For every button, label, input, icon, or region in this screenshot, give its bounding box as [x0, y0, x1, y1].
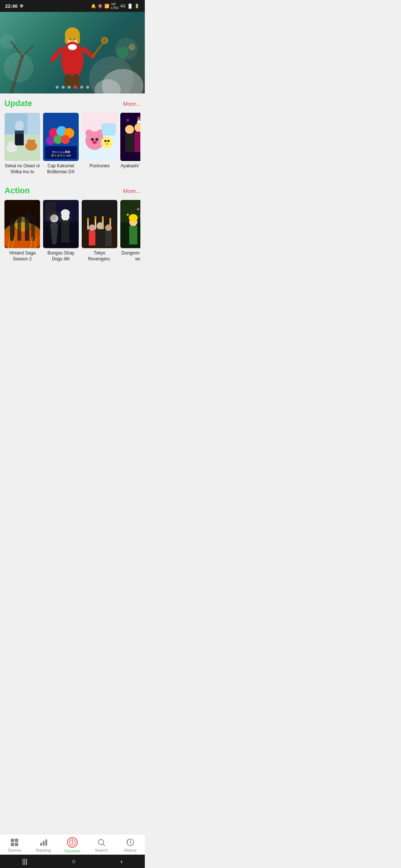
anime-card-img-tokyo: [82, 200, 117, 248]
battery-icon: 🔋: [134, 4, 140, 9]
hero-bg-svg: [0, 12, 145, 93]
svg-point-105: [102, 216, 104, 220]
svg-rect-64: [134, 132, 140, 152]
svg-rect-75: [10, 222, 14, 241]
alarm-icon: 🔔: [91, 4, 96, 9]
svg-rect-11: [65, 32, 68, 43]
action-section-header: Action More...: [4, 186, 140, 195]
svg-rect-109: [89, 231, 95, 246]
dot-1[interactable]: [56, 86, 59, 89]
anime-card-tokyo[interactable]: Tokyo Revengers:: [82, 200, 117, 262]
svg-rect-79: [25, 218, 29, 241]
svg-point-43: [61, 135, 70, 144]
anime-card-bungou[interactable]: Bungou Stray Dogs 4th: [43, 200, 79, 262]
ayakashi-art: [120, 113, 140, 161]
update-cards-row[interactable]: Sekai no Owari ni Shiba Inu to キャッシュ革命: [4, 113, 140, 179]
svg-point-23: [117, 47, 128, 58]
svg-point-108: [89, 224, 95, 231]
svg-rect-36: [5, 114, 27, 134]
svg-point-24: [129, 44, 135, 50]
svg-rect-77: [17, 220, 21, 241]
dot-2[interactable]: [62, 86, 65, 89]
update-title: Update: [4, 99, 32, 108]
svg-line-18: [84, 49, 93, 56]
carousel-dots: [56, 85, 89, 89]
svg-point-107: [109, 218, 111, 221]
hero-decoration: [0, 12, 145, 93]
anime-card-img-punirunes: [82, 113, 117, 161]
hero-banner[interactable]: [0, 12, 145, 93]
wifi-icon: 📶: [104, 4, 110, 9]
svg-point-53: [95, 138, 98, 141]
anime-card-img-vinland: [4, 200, 40, 248]
update-more[interactable]: More...: [123, 101, 140, 107]
status-bar: 22:40 ⚙ 🔔 🔇 📶 VolLTE2 4G ▐▌ 🔋: [0, 0, 145, 12]
svg-point-14: [74, 39, 75, 40]
4g-icon: 4G: [120, 4, 126, 8]
dot-4-active[interactable]: [74, 85, 77, 89]
dot-6[interactable]: [86, 86, 89, 89]
action-section: Action More...: [0, 181, 145, 268]
svg-line-17: [52, 49, 61, 60]
anime-card-title-dungeon: Dungeon ni Deai wo: [120, 250, 140, 262]
svg-line-19: [93, 42, 104, 56]
anime-card-bottleman[interactable]: キャッシュ革命 ボトルマン DX Cap Kakumei Bottleman D…: [43, 113, 79, 175]
svg-text:ボトルマン DX: ボトルマン DX: [51, 154, 71, 157]
dot-3[interactable]: [68, 86, 71, 89]
gear-icon: ⚙: [20, 4, 23, 9]
svg-text:キャッシュ革命: キャッシュ革命: [52, 150, 71, 153]
svg-point-76: [9, 217, 15, 223]
status-right: 🔔 🔇 📶 VolLTE2 4G ▐▌ 🔋: [91, 2, 140, 10]
anime-card-punirunes[interactable]: Punirunes: [82, 113, 117, 175]
action-cards-row[interactable]: Vinland Saga Season 2: [4, 200, 140, 266]
svg-point-103: [94, 216, 97, 220]
svg-line-8: [22, 45, 33, 56]
dot-5[interactable]: [80, 86, 83, 89]
svg-rect-81: [31, 221, 35, 241]
svg-point-3: [0, 34, 15, 49]
tokyo-art: [82, 200, 117, 248]
bottleman-art: キャッシュ革命 ボトルマン DX: [43, 113, 79, 161]
anime-card-img-ayakashi: [120, 113, 140, 161]
anime-card-img-dungeon: [120, 200, 140, 248]
sekai-art: [4, 113, 40, 161]
anime-card-title-bottleman: Cap Kakumei Bottleman DX: [43, 163, 79, 175]
anime-card-sekai[interactable]: Sekai no Owari ni Shiba Inu to: [4, 113, 40, 175]
punirunes-art: [82, 113, 117, 161]
anime-card-title-tokyo: Tokyo Revengers:: [82, 250, 117, 262]
svg-point-32: [32, 139, 35, 143]
dungeon-art: [120, 200, 140, 248]
svg-point-124: [137, 208, 139, 210]
svg-point-69: [126, 119, 129, 122]
mute-icon: 🔇: [98, 4, 103, 9]
svg-rect-111: [97, 229, 104, 246]
action-more[interactable]: More...: [123, 188, 140, 194]
vinland-art: [4, 200, 40, 248]
anime-card-dungeon[interactable]: Dungeon ni Deai wo: [120, 200, 140, 262]
svg-rect-113: [105, 231, 112, 246]
svg-point-56: [104, 140, 107, 142]
svg-point-101: [87, 218, 89, 221]
svg-point-57: [107, 140, 110, 142]
svg-rect-62: [125, 134, 134, 152]
svg-point-117: [129, 214, 138, 221]
svg-point-13: [69, 39, 71, 40]
anime-card-vinland[interactable]: Vinland Saga Season 2: [4, 200, 40, 262]
update-section-header: Update More...: [4, 99, 140, 108]
anime-card-title-sekai: Sekai no Owari ni Shiba Inu to: [4, 163, 40, 175]
svg-point-61: [125, 125, 134, 134]
bungou-art: [43, 200, 79, 248]
svg-point-82: [30, 217, 36, 222]
status-left: 22:40 ⚙: [5, 3, 23, 9]
signal-icon: ▐▌: [127, 4, 133, 8]
anime-card-img-sekai: [4, 113, 40, 161]
anime-card-title-punirunes: Punirunes: [82, 163, 117, 169]
svg-point-78: [17, 216, 22, 221]
svg-point-52: [91, 138, 94, 141]
anime-card-title-bungou: Bungou Stray Dogs 4th: [43, 250, 79, 262]
svg-rect-59: [102, 124, 115, 135]
svg-point-50: [85, 129, 93, 137]
svg-point-20: [102, 37, 108, 43]
svg-rect-93: [61, 220, 69, 243]
anime-card-ayakashi[interactable]: Ayakashi Triangle: [120, 113, 140, 175]
